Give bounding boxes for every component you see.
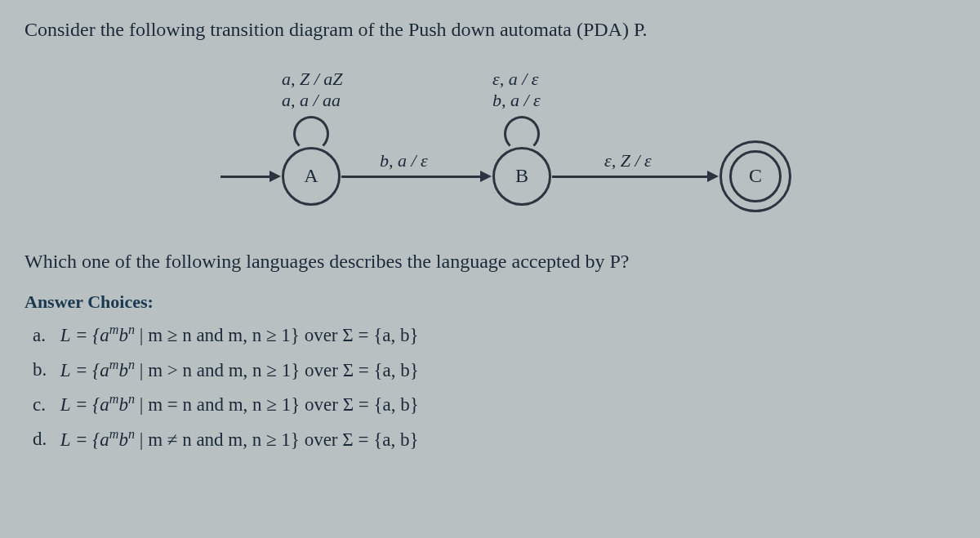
choices-header: Answer Choices: xyxy=(24,291,956,313)
choice-c-s2: n xyxy=(128,392,135,406)
choice-d-letter: d. xyxy=(33,425,56,455)
choice-b-p1: L = {a xyxy=(60,359,109,380)
edge-ab-head xyxy=(480,171,492,182)
edge-bc-label: ε, Z / ε xyxy=(604,150,652,171)
state-b: B xyxy=(492,147,551,206)
state-a: A xyxy=(282,147,341,206)
choice-b: b. L = {ambn | m > n and m, n ≥ 1} over … xyxy=(33,354,956,385)
choice-list: a. L = {ambn | m ≥ n and m, n ≥ 1} over … xyxy=(24,319,956,455)
loop-b-line2: b, a / ε xyxy=(492,90,541,110)
choice-a-s2: n xyxy=(128,322,135,336)
choice-c-p3: | m = n and m, n ≥ 1} over Σ = {a, b} xyxy=(135,394,419,415)
choice-d-p3: | m ≠ n and m, n ≥ 1} over Σ = {a, b} xyxy=(135,429,418,449)
pda-diagram: A a, Z / aZ a, a / aa b, a / ε B ε, a / … xyxy=(122,69,858,216)
initial-arrow xyxy=(220,176,270,178)
loop-b-line1: ε, a / ε xyxy=(492,69,538,89)
subquestion: Which one of the following languages des… xyxy=(24,248,956,276)
edge-ab xyxy=(341,176,480,178)
question-prompt: Consider the following transition diagra… xyxy=(24,16,956,44)
choice-a: a. L = {ambn | m ≥ n and m, n ≥ 1} over … xyxy=(33,319,956,350)
edge-bc xyxy=(552,176,707,178)
choice-c-p2: b xyxy=(118,394,128,415)
loop-b xyxy=(504,116,540,152)
choice-d-p1: L = {a xyxy=(60,429,109,449)
choice-c: c. L = {ambn | m = n and m, n ≥ 1} over … xyxy=(33,389,956,420)
choice-b-p3: | m > n and m, n ≥ 1} over Σ = {a, b} xyxy=(135,359,419,380)
loop-a-label: a, Z / aZ a, a / aa xyxy=(282,69,343,112)
choice-c-s1: m xyxy=(109,392,119,406)
choice-c-letter: c. xyxy=(33,390,56,420)
choice-d-s2: n xyxy=(128,427,135,441)
choice-c-p1: L = {a xyxy=(60,394,109,415)
loop-a xyxy=(293,116,329,152)
choice-d-s1: m xyxy=(109,427,119,441)
choice-b-letter: b. xyxy=(33,355,56,385)
choice-b-p2: b xyxy=(118,359,128,380)
loop-a-line2: a, a / aa xyxy=(282,90,341,110)
choice-a-p3: | m ≥ n and m, n ≥ 1} over Σ = {a, b} xyxy=(135,325,418,345)
choice-d: d. L = {ambn | m ≠ n and m, n ≥ 1} over … xyxy=(33,424,956,455)
choice-a-p1: L = {a xyxy=(60,325,109,345)
state-c: C xyxy=(729,150,782,202)
choice-d-p2: b xyxy=(118,429,128,449)
initial-arrow-head xyxy=(270,171,281,182)
choice-a-letter: a. xyxy=(33,321,56,351)
choice-a-s1: m xyxy=(109,322,119,336)
edge-bc-head xyxy=(707,171,719,182)
loop-a-line1: a, Z / aZ xyxy=(282,69,343,89)
choice-a-p2: b xyxy=(118,325,128,345)
loop-b-label: ε, a / ε b, a / ε xyxy=(492,69,541,112)
state-c-outer: C xyxy=(719,140,791,212)
choice-b-s1: m xyxy=(109,358,119,371)
edge-ab-label: b, a / ε xyxy=(380,150,428,171)
choice-b-s2: n xyxy=(128,358,135,371)
